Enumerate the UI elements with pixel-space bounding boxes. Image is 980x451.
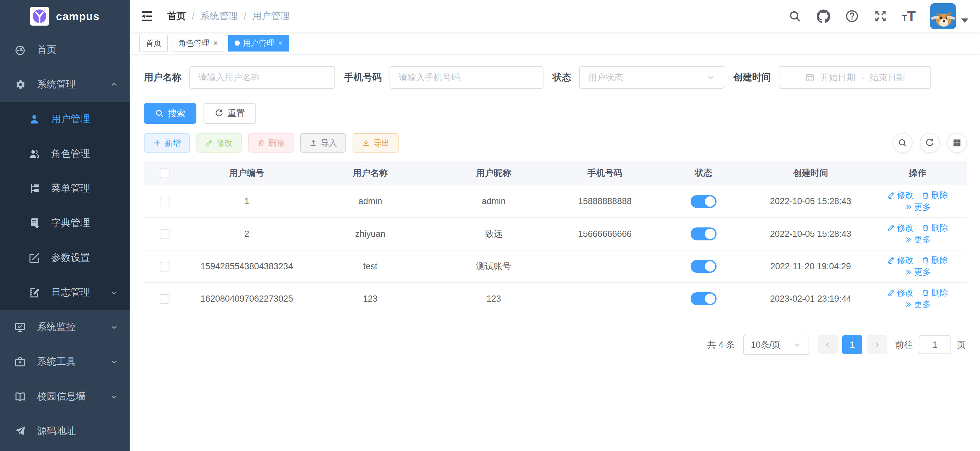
page-number-button[interactable]: 1 — [842, 335, 862, 354]
calendar-icon — [805, 73, 815, 82]
breadcrumb-separator: / — [192, 11, 194, 22]
row-action-删除[interactable]: 删除 — [922, 255, 948, 266]
row-action-更多[interactable]: 更多 — [905, 266, 931, 278]
tab-首页[interactable]: 首页 — [139, 35, 168, 51]
app-logo[interactable]: campus — [0, 0, 130, 32]
sidebar-item-系统管理[interactable]: 系统管理 — [0, 67, 130, 102]
sidebar-item-源码地址[interactable]: 源码地址 — [0, 414, 130, 448]
sidebar-item-菜单管理[interactable]: 菜单管理 — [0, 171, 130, 206]
phone-input[interactable]: 请输入手机号码 — [390, 66, 544, 89]
sidebar-item-字典管理[interactable]: 字典管理 — [0, 206, 130, 240]
删除-button[interactable]: 删除 — [248, 133, 294, 152]
导入-button[interactable]: 导入 — [300, 133, 346, 152]
cell-status — [654, 185, 753, 218]
tab-label: 用户管理 — [243, 38, 274, 48]
toolbar-button-label: 修改 — [216, 138, 233, 148]
status-toggle[interactable] — [690, 227, 716, 240]
next-page-button[interactable] — [867, 335, 887, 354]
column-settings-button[interactable] — [947, 133, 967, 153]
新增-button[interactable]: 新增 — [144, 133, 190, 152]
row-checkbox[interactable] — [160, 294, 170, 304]
table-row: 1adminadmin158888888882022-10-05 15:28:4… — [144, 185, 967, 218]
breadcrumb: 首页 / 系统管理 / 用户管理 — [167, 10, 290, 23]
status-toggle[interactable] — [690, 260, 716, 273]
status-toggle[interactable] — [690, 195, 716, 208]
sidebar-item-系统监控[interactable]: 系统监控 — [0, 310, 130, 345]
cell-nickname: 123 — [432, 283, 555, 315]
row-action-修改[interactable]: 修改 — [887, 287, 914, 299]
username-input[interactable]: 请输入用户名称 — [189, 66, 335, 89]
user-menu[interactable] — [930, 3, 968, 29]
search-button[interactable]: 搜索 — [144, 103, 196, 124]
pencil-icon — [205, 139, 213, 147]
row-action-label: 更多 — [914, 202, 931, 213]
toggle-search-button[interactable] — [892, 133, 913, 153]
username-placeholder: 请输入用户名称 — [198, 71, 259, 83]
help-icon[interactable] — [845, 9, 859, 23]
github-icon[interactable] — [816, 9, 830, 23]
page-size-value: 10条/页 — [751, 339, 781, 351]
row-action-删除[interactable]: 删除 — [922, 189, 948, 201]
pencil-icon — [887, 192, 895, 199]
sidebar-item-角色管理[interactable]: 角色管理 — [0, 137, 130, 171]
导出-button[interactable]: 导出 — [353, 133, 399, 152]
page-size-select[interactable]: 10条/页 — [743, 335, 809, 355]
row-checkbox[interactable] — [160, 262, 170, 272]
avatar[interactable] — [930, 3, 956, 29]
row-checkbox[interactable] — [160, 229, 170, 239]
close-icon[interactable]: × — [213, 38, 218, 48]
sidebar-item-用户管理[interactable]: 用户管理 — [0, 102, 130, 137]
active-dot — [235, 41, 240, 46]
select-all-checkbox[interactable] — [160, 168, 170, 178]
sidebar-collapse-icon[interactable] — [139, 9, 154, 23]
breadcrumb-item-system[interactable]: 系统管理 — [200, 10, 238, 23]
sidebar-item-系统工具[interactable]: 系统工具 — [0, 345, 130, 379]
sidebar-item-校园信息墙[interactable]: 校园信息墙 — [0, 379, 130, 414]
download-icon — [362, 139, 370, 147]
font-size-icon[interactable]: TT — [902, 9, 916, 23]
status-select[interactable]: 用户状态 — [579, 66, 724, 89]
breadcrumb-home[interactable]: 首页 — [167, 10, 186, 23]
sidebar-item-label: 首页 — [37, 43, 56, 56]
pencil-icon — [887, 224, 895, 232]
row-action-更多[interactable]: 更多 — [905, 234, 931, 245]
cell-actions: 修改删除更多 — [868, 185, 967, 218]
row-select-cell — [144, 250, 185, 283]
row-checkbox[interactable] — [160, 197, 170, 206]
upload-icon — [309, 139, 318, 147]
cell-nickname: admin — [432, 185, 555, 218]
tab-用户管理[interactable]: 用户管理× — [228, 35, 289, 51]
row-action-删除[interactable]: 删除 — [922, 222, 948, 233]
row-action-修改[interactable]: 修改 — [887, 189, 914, 201]
tool-icon — [14, 356, 27, 368]
sidebar-item-首页[interactable]: 首页 — [0, 32, 130, 67]
header-search-icon[interactable] — [788, 9, 802, 23]
column-header-操作: 操作 — [868, 161, 967, 185]
prev-page-button[interactable] — [818, 335, 838, 354]
column-header-手机号码: 手机号码 — [555, 161, 654, 185]
status-toggle[interactable] — [690, 292, 716, 305]
date-range-picker[interactable]: 开始日期 - 结束日期 — [779, 66, 931, 89]
cell-nickname: 测试账号 — [432, 250, 555, 283]
row-action-修改[interactable]: 修改 — [887, 255, 914, 266]
table-toolbar: 新增修改删除导入导出 — [144, 133, 967, 153]
row-action-删除[interactable]: 删除 — [922, 287, 948, 299]
trash-icon — [922, 289, 929, 297]
row-action-更多[interactable]: 更多 — [905, 202, 931, 213]
row-action-label: 删除 — [931, 287, 948, 299]
row-action-更多[interactable]: 更多 — [905, 299, 931, 310]
tab-角色管理[interactable]: 角色管理× — [172, 35, 224, 51]
sidebar-item-参数设置[interactable]: 参数设置 — [0, 240, 130, 275]
fullscreen-icon[interactable] — [873, 9, 888, 23]
logo-icon — [30, 7, 49, 25]
refresh-table-button[interactable] — [920, 133, 940, 153]
sidebar-item-label: 校园信息墙 — [37, 390, 86, 403]
reset-button[interactable]: 重置 — [204, 103, 256, 124]
row-action-label: 删除 — [931, 189, 948, 201]
close-icon[interactable]: × — [278, 38, 283, 48]
goto-page-input[interactable]: 1 — [919, 335, 951, 354]
cell-status — [654, 250, 753, 283]
sidebar-item-日志管理[interactable]: 日志管理 — [0, 275, 130, 310]
修改-button[interactable]: 修改 — [196, 133, 242, 152]
row-action-修改[interactable]: 修改 — [887, 222, 914, 233]
